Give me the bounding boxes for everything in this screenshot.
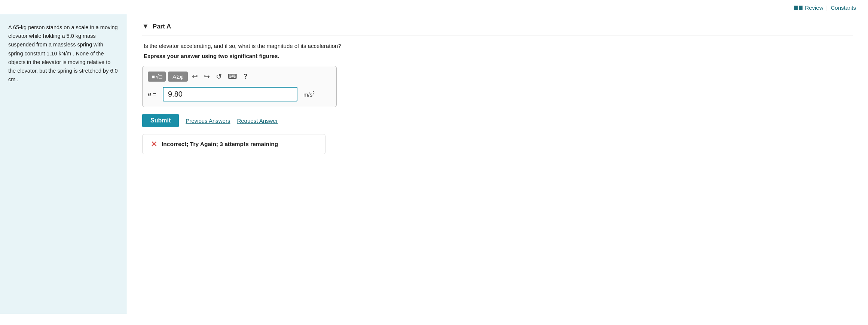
template-icon: ■ (152, 73, 155, 80)
part-header: ▼ Part A (142, 14, 853, 36)
redo-button[interactable]: ↪ (202, 72, 212, 82)
feedback-box: ✕ Incorrect; Try Again; 3 attempts remai… (142, 134, 326, 154)
submit-button[interactable]: Submit (142, 114, 179, 127)
review-constants-area: Review | Constants (794, 4, 856, 11)
symbol-button[interactable]: ΑΣφ (168, 72, 188, 82)
feedback-error-icon: ✕ (151, 140, 157, 149)
request-answer-button[interactable]: Request Answer (237, 118, 278, 124)
part-title: Part A (153, 23, 171, 30)
help-button[interactable]: ? (241, 72, 249, 81)
keyboard-button[interactable]: ⌨ (226, 72, 239, 81)
refresh-button[interactable]: ↺ (214, 72, 224, 82)
math-editor-box: ■ √□ ΑΣφ ↩ ↪ ↺ ⌨ ? a = m/s2 (142, 66, 337, 107)
answer-input[interactable] (163, 87, 297, 101)
problem-text: A 65-kg person stands on a scale in a mo… (8, 23, 119, 84)
right-panel: ▼ Part A Is the elevator accelerating, a… (127, 14, 868, 314)
review-constants-icon (794, 6, 803, 10)
question-text: Is the elevator accelerating, and if so,… (144, 43, 853, 49)
collapse-arrow-icon[interactable]: ▼ (142, 22, 149, 30)
action-row: Submit Previous Answers Request Answer (142, 114, 853, 127)
main-layout: A 65-kg person stands on a scale in a mo… (0, 14, 868, 314)
undo-button[interactable]: ↩ (190, 72, 200, 82)
answer-label: a = (148, 91, 159, 98)
template-sqrt-icon: √□ (156, 73, 162, 80)
feedback-text: Incorrect; Try Again; 3 attempts remaini… (162, 141, 278, 148)
constants-link[interactable]: Constants (831, 4, 856, 11)
top-bar: Review | Constants (0, 0, 868, 14)
math-toolbar: ■ √□ ΑΣφ ↩ ↪ ↺ ⌨ ? (148, 72, 331, 82)
separator: | (826, 4, 828, 11)
previous-answers-button[interactable]: Previous Answers (186, 118, 230, 124)
problem-panel: A 65-kg person stands on a scale in a mo… (0, 14, 127, 314)
review-link[interactable]: Review (805, 4, 823, 11)
instruction-text: Express your answer using two significan… (144, 53, 853, 59)
answer-row: a = m/s2 (148, 87, 331, 101)
template-button[interactable]: ■ √□ (148, 72, 166, 82)
answer-unit: m/s2 (303, 91, 315, 98)
